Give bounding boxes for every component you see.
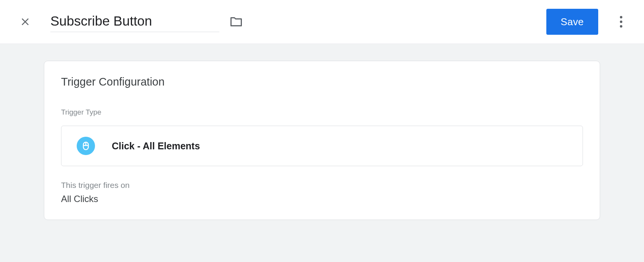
close-icon	[20, 16, 31, 27]
trigger-type-icon-container	[77, 137, 95, 155]
trigger-type-selector[interactable]: Click - All Elements	[61, 126, 583, 166]
editor-header: Save	[0, 0, 644, 44]
save-button[interactable]: Save	[546, 9, 598, 35]
fires-on-label: This trigger fires on	[61, 181, 583, 190]
card-title: Trigger Configuration	[61, 76, 583, 88]
mouse-click-icon	[81, 141, 91, 151]
svg-point-3	[620, 21, 622, 23]
trigger-type-value: Click - All Elements	[112, 141, 200, 152]
close-button[interactable]	[19, 16, 31, 28]
more-options-button[interactable]	[613, 14, 629, 29]
svg-point-4	[620, 25, 622, 27]
more-vert-icon	[620, 16, 623, 28]
trigger-configuration-card: Trigger Configuration Trigger Type Click…	[44, 61, 600, 220]
trigger-type-label: Trigger Type	[61, 108, 583, 116]
folder-icon	[229, 15, 243, 29]
fires-on-value: All Clicks	[61, 194, 583, 204]
trigger-name-input[interactable]	[50, 12, 219, 32]
folder-button[interactable]	[229, 15, 243, 29]
content-area: Trigger Configuration Trigger Type Click…	[0, 44, 644, 262]
svg-point-2	[620, 16, 622, 18]
